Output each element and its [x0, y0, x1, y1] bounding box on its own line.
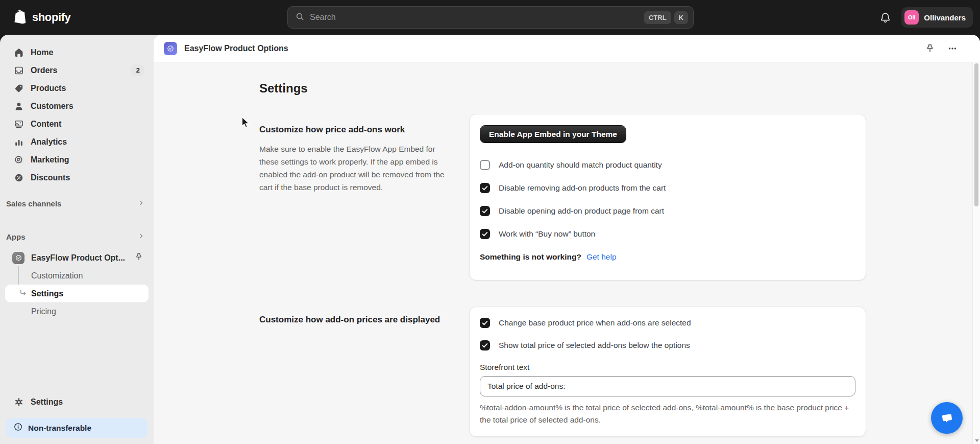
sidebar-section-sales-channels[interactable]: Sales channels — [0, 195, 154, 213]
non-transferable-banner[interactable]: Non-transferable — [6, 418, 148, 438]
section-label: Apps — [6, 232, 26, 241]
mouse-cursor — [241, 116, 250, 131]
checkbox-row-disable-removing[interactable]: Disable removing add-on products from th… — [480, 183, 855, 193]
enable-app-embed-button[interactable]: Enable App Embed in your Theme — [480, 125, 626, 143]
sidebar-item-discounts[interactable]: Discounts — [0, 169, 154, 186]
discounts-percent-icon — [14, 173, 24, 183]
sidebar-item-settings[interactable]: Settings — [0, 393, 154, 411]
app-title: EasyFlow Product Options — [184, 44, 288, 53]
easyflow-app-icon — [164, 42, 177, 55]
search-input[interactable] — [310, 13, 641, 22]
storefront-text-label: Storefront text — [480, 363, 855, 372]
checkbox-label: Disable removing add-on products from th… — [499, 183, 666, 193]
storefront-text-helper: %total-addon-amount% is the total price … — [480, 402, 855, 426]
banner-label: Non-transferable — [28, 424, 91, 433]
checkbox[interactable] — [480, 229, 490, 239]
shortcut-ctrl-key: CTRL — [644, 11, 671, 24]
page-title: Settings — [259, 81, 308, 96]
check-icon — [481, 184, 488, 192]
info-icon — [13, 422, 23, 434]
check-icon — [481, 342, 488, 349]
settings-page: Settings Customize how price add-ons wor… — [154, 62, 972, 444]
sidebar-item-customers[interactable]: Customers — [0, 97, 154, 115]
checkbox-label: Disable opening add-on product page from… — [499, 206, 664, 216]
checkbox-row-change-base-price[interactable]: Change base product price when add-ons a… — [480, 318, 855, 328]
orders-icon — [14, 65, 24, 76]
orders-count-badge: 2 — [131, 64, 144, 76]
sidebar-item-home[interactable]: Home — [0, 43, 154, 61]
checkbox[interactable] — [480, 340, 490, 350]
checkbox-row-disable-opening[interactable]: Disable opening add-on product page from… — [480, 206, 855, 216]
checkbox[interactable] — [480, 206, 490, 216]
check-icon — [481, 230, 488, 238]
scrollbar-down-arrow[interactable] — [975, 439, 979, 442]
section-price-display-intro: Customize how add-on prices are displaye… — [259, 315, 474, 333]
sidebar-section-apps[interactable]: Apps — [0, 228, 154, 246]
more-actions-icon[interactable] — [945, 41, 960, 56]
chat-widget-button[interactable] — [931, 402, 963, 434]
checkbox-row-show-total-price[interactable]: Show total price of selected add-ons bel… — [480, 340, 855, 350]
sidebar-item-analytics[interactable]: Analytics — [0, 133, 154, 151]
sidebar-item-label: Products — [31, 84, 66, 93]
topbar-right: Oll Ollivanders — [879, 0, 973, 35]
section-price-addons-intro: Customize how price add-ons work Make su… — [259, 125, 446, 194]
shopify-bag-icon — [13, 9, 28, 26]
header-actions — [923, 41, 967, 56]
products-tag-icon — [14, 83, 24, 94]
get-help-link[interactable]: Get help — [586, 252, 617, 262]
chat-bubble-icon — [939, 410, 955, 426]
global-search[interactable]: CTRL K — [287, 6, 694, 29]
help-question: Something is not working? — [480, 252, 581, 262]
section-label: Sales channels — [6, 199, 61, 208]
scrollbar-track[interactable] — [972, 62, 980, 444]
sidebar-item-label: Settings — [31, 398, 63, 407]
price-display-card: Change base product price when add-ons a… — [469, 307, 866, 437]
chevron-right-icon — [137, 232, 145, 242]
chevron-right-icon — [137, 199, 145, 208]
sidebar-item-label: Home — [31, 48, 53, 57]
checkbox[interactable] — [480, 160, 490, 170]
sidebar-item-label: Analytics — [31, 137, 67, 147]
checkbox[interactable] — [480, 318, 490, 328]
checkbox-label: Add-on quantity should match product qua… — [499, 160, 662, 170]
customers-icon — [14, 101, 24, 111]
sidebar-item-orders[interactable]: Orders 2 — [0, 61, 154, 79]
subnav-label: Pricing — [31, 307, 56, 316]
checkbox[interactable] — [480, 183, 490, 193]
scrollbar-thumb[interactable] — [974, 63, 978, 206]
checkbox-row-addon-quantity[interactable]: Add-on quantity should match product qua… — [480, 160, 855, 170]
sidebar-item-pricing[interactable]: Pricing — [0, 302, 154, 320]
app-header-bar: EasyFlow Product Options — [154, 35, 980, 62]
checkbox-list: Change base product price when add-ons a… — [480, 318, 855, 350]
content-icon — [14, 119, 24, 129]
subnav-label: Settings — [31, 289, 63, 298]
sidebar-item-customization[interactable]: Customization — [0, 267, 154, 285]
sidebar-item-products[interactable]: Products — [0, 79, 154, 97]
pin-icon[interactable] — [134, 252, 143, 264]
checkbox-row-buy-now[interactable]: Work with “Buy now” button — [480, 229, 855, 239]
pin-icon[interactable] — [923, 41, 937, 56]
easyflow-app-icon — [12, 252, 24, 264]
store-menu[interactable]: Oll Ollivanders — [901, 7, 973, 28]
sidebar-item-easyflow-app[interactable]: EasyFlow Product Opt... — [0, 249, 154, 267]
sidebar-item-label: Content — [31, 120, 61, 129]
store-avatar: Oll — [904, 10, 919, 25]
sidebar: Home Orders 2 Products Customers Content… — [0, 35, 154, 444]
checkbox-list: Add-on quantity should match product qua… — [480, 160, 855, 239]
notifications-bell-icon[interactable] — [879, 11, 891, 24]
sidebar-item-label: Orders — [31, 66, 57, 75]
main-panel: EasyFlow Product Options Settings Custom… — [154, 35, 980, 444]
sidebar-item-content[interactable]: Content — [0, 115, 154, 133]
sidebar-item-label: Customers — [31, 102, 74, 111]
checkbox-label: Work with “Buy now” button — [499, 229, 595, 239]
shopify-logo[interactable]: shopify — [13, 0, 70, 35]
storefront-text-input[interactable] — [480, 376, 855, 396]
search-icon — [295, 12, 305, 24]
subnav-label: Customization — [31, 271, 83, 281]
section-description: Make sure to enable the EasyFlow App Emb… — [259, 143, 446, 194]
sidebar-item-marketing[interactable]: Marketing — [0, 151, 154, 169]
store-name: Ollivanders — [924, 13, 966, 22]
shopify-wordmark: shopify — [32, 11, 70, 24]
easyflow-app-label: EasyFlow Product Opt... — [31, 253, 125, 263]
sidebar-item-settings-selected[interactable]: Settings — [5, 285, 149, 302]
